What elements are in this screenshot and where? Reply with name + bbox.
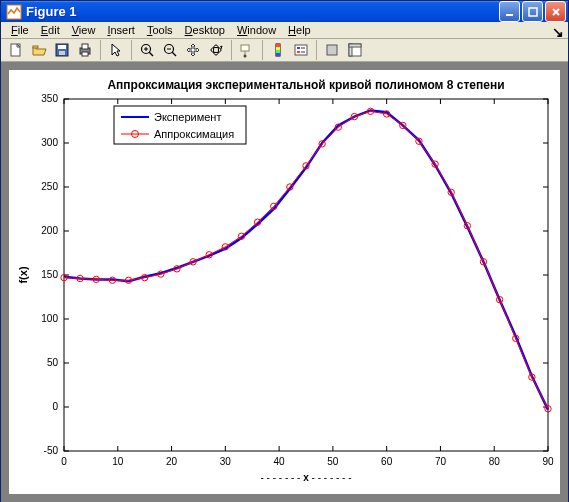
svg-line-12: [149, 52, 153, 56]
figure-window: Figure 1 File Edit View Insert Tools Des…: [0, 0, 569, 502]
toolbar-separator: [316, 40, 317, 60]
toolbar: [1, 39, 568, 62]
plot-area: Аппроксимация экспериментальной кривой п…: [1, 62, 568, 502]
svg-rect-28: [295, 45, 307, 55]
legend[interactable]: Эксперимент Аппроксимация: [114, 106, 246, 144]
legend-approx: Аппроксимация: [154, 128, 234, 140]
rotate-3d-button[interactable]: [205, 39, 227, 61]
svg-point-19: [214, 45, 219, 55]
svg-rect-6: [58, 45, 66, 49]
svg-text:70: 70: [435, 456, 447, 467]
menu-tools[interactable]: Tools: [141, 22, 179, 38]
toolbar-separator: [262, 40, 263, 60]
svg-rect-24: [276, 44, 280, 47]
svg-text:50: 50: [47, 357, 59, 368]
svg-text:20: 20: [166, 456, 178, 467]
svg-text:-50: -50: [44, 445, 59, 456]
toolbar-separator: [231, 40, 232, 60]
plot-container[interactable]: Аппроксимация экспериментальной кривой п…: [9, 70, 560, 494]
svg-rect-27: [276, 53, 280, 56]
svg-rect-10: [82, 52, 88, 56]
window-title: Figure 1: [26, 4, 499, 19]
menu-view[interactable]: View: [66, 22, 102, 38]
svg-text:10: 10: [112, 456, 124, 467]
svg-rect-9: [82, 44, 88, 49]
svg-rect-33: [327, 45, 337, 55]
svg-text:0: 0: [61, 456, 67, 467]
svg-text:90: 90: [542, 456, 554, 467]
y-axis-label: f(x): [17, 266, 29, 283]
axes: [64, 99, 548, 451]
legend-button[interactable]: [290, 39, 312, 61]
chart-title: Аппроксимация экспериментальной кривой п…: [107, 78, 504, 92]
titlebar[interactable]: Figure 1: [1, 1, 568, 22]
svg-rect-36: [349, 44, 361, 47]
menubar-chevron-icon[interactable]: ↘: [552, 24, 564, 40]
open-button[interactable]: [28, 39, 50, 61]
save-button[interactable]: [51, 39, 73, 61]
minimize-button[interactable]: [499, 1, 520, 22]
print-button[interactable]: [74, 39, 96, 61]
data-cursor-button[interactable]: [236, 39, 258, 61]
svg-rect-4: [33, 46, 38, 48]
close-button[interactable]: [545, 1, 566, 22]
zoom-in-button[interactable]: [136, 39, 158, 61]
menu-help[interactable]: Help: [282, 22, 317, 38]
svg-text:60: 60: [381, 456, 393, 467]
menubar: File Edit View Insert Tools Desktop Wind…: [1, 22, 568, 39]
svg-text:0: 0: [52, 401, 58, 412]
colorbar-button[interactable]: [267, 39, 289, 61]
menu-insert[interactable]: Insert: [101, 22, 141, 38]
new-figure-button[interactable]: [5, 39, 27, 61]
show-tools-button[interactable]: [344, 39, 366, 61]
svg-rect-1: [506, 14, 513, 16]
svg-text:350: 350: [41, 93, 58, 104]
svg-text:50: 50: [327, 456, 339, 467]
toolbar-separator: [100, 40, 101, 60]
svg-text:250: 250: [41, 181, 58, 192]
svg-text:80: 80: [489, 456, 501, 467]
svg-rect-2: [529, 8, 537, 16]
svg-rect-26: [276, 50, 280, 53]
svg-text:200: 200: [41, 225, 58, 236]
menu-edit[interactable]: Edit: [35, 22, 66, 38]
legend-experiment: Эксперимент: [154, 111, 221, 123]
toolbar-separator: [131, 40, 132, 60]
svg-text:150: 150: [41, 269, 58, 280]
pointer-button[interactable]: [105, 39, 127, 61]
pan-button[interactable]: [182, 39, 204, 61]
zoom-out-button[interactable]: [159, 39, 181, 61]
svg-rect-37: [64, 99, 548, 451]
svg-text:100: 100: [41, 313, 58, 324]
svg-rect-7: [59, 51, 65, 55]
svg-text:40: 40: [274, 456, 286, 467]
svg-point-18: [211, 48, 221, 53]
svg-text:30: 30: [220, 456, 232, 467]
svg-text:300: 300: [41, 137, 58, 148]
menu-desktop[interactable]: Desktop: [179, 22, 231, 38]
chart-svg: Аппроксимация экспериментальной кривой п…: [9, 70, 560, 494]
hide-tools-button[interactable]: [321, 39, 343, 61]
svg-point-22: [244, 55, 247, 58]
maximize-button[interactable]: [522, 1, 543, 22]
menu-window[interactable]: Window: [231, 22, 282, 38]
svg-rect-20: [241, 45, 249, 51]
svg-rect-25: [276, 47, 280, 50]
window-buttons: [499, 1, 566, 22]
svg-line-16: [172, 52, 176, 56]
x-axis-label: - - - - - - - x - - - - - - -: [260, 472, 351, 483]
menu-file[interactable]: File: [5, 22, 35, 38]
app-icon: [6, 4, 22, 20]
